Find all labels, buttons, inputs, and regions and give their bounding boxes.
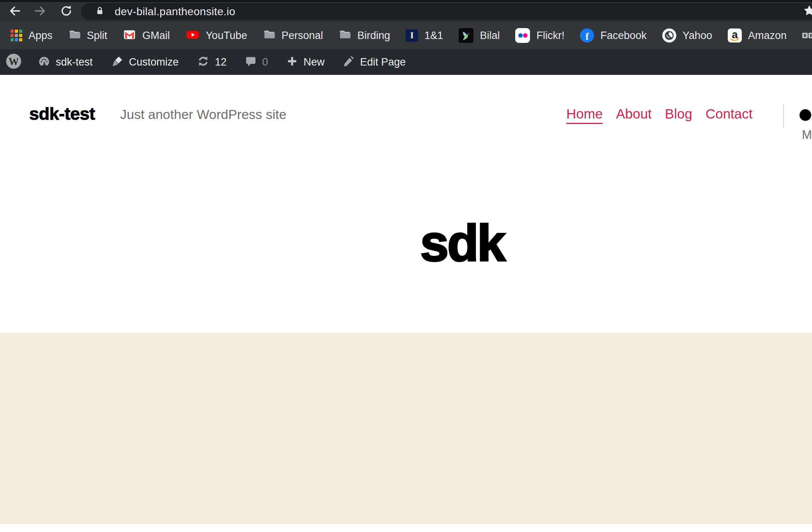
admin-edit-page-label: Edit Page <box>360 56 406 68</box>
browser-toolbar: dev-bilal.pantheonsite.io <box>0 0 812 22</box>
lock-icon[interactable] <box>94 5 105 18</box>
browser-reload-button[interactable] <box>59 3 74 19</box>
admin-updates[interactable]: 12 <box>197 55 227 69</box>
bookmark-folder-split[interactable]: Split <box>68 28 108 43</box>
bookmark-folder-personal[interactable]: Personal <box>263 28 323 43</box>
admin-customize-label: Customize <box>129 56 179 68</box>
admin-comments-count: 0 <box>262 56 268 68</box>
forward-arrow-icon <box>33 4 47 18</box>
bookmark-label: Facebook <box>600 30 647 42</box>
pencil-icon <box>342 55 355 69</box>
paintbrush-icon <box>111 55 124 69</box>
bookmark-flickr[interactable]: Flickr! <box>515 28 564 43</box>
address-bar[interactable]: dev-bilal.pantheonsite.io <box>81 3 812 20</box>
window-frame-strip <box>0 0 812 2</box>
update-arrows-icon <box>197 55 210 69</box>
bookmark-star-partial-icon[interactable] <box>803 4 812 19</box>
apps-grid-icon <box>11 30 22 41</box>
header-separator <box>783 104 784 128</box>
svg-text:W: W <box>9 56 19 67</box>
bookmark-amazon[interactable]: a Amazon <box>728 28 787 43</box>
folder-icon <box>263 28 275 43</box>
url-text[interactable]: dev-bilal.pantheonsite.io <box>115 5 235 18</box>
gmail-icon <box>123 28 136 43</box>
bookmark-label: Amazon <box>748 30 787 42</box>
hummingbird-icon <box>459 28 473 43</box>
bookmark-label: Personal <box>282 30 323 42</box>
bookmark-yahoo[interactable]: Yahoo <box>662 28 712 43</box>
nav-link-about[interactable]: About <box>616 106 651 124</box>
comment-bubble-icon <box>245 55 257 69</box>
reload-icon <box>59 4 73 18</box>
back-arrow-icon <box>8 4 22 18</box>
browser-forward-button[interactable] <box>32 3 48 19</box>
admin-site-name[interactable]: sdk-test <box>37 55 93 69</box>
wordpress-logo-icon: W <box>5 53 22 71</box>
bookmark-label: YouTube <box>206 30 247 42</box>
bookmark-label: Birding <box>357 30 390 42</box>
primary-nav: Home About Blog Contact <box>566 106 753 124</box>
nav-link-home[interactable]: Home <box>566 106 603 124</box>
bookmark-label: 1&1 <box>424 30 443 42</box>
admin-site-name-label: sdk-test <box>56 56 93 68</box>
admin-customize[interactable]: Customize <box>111 55 179 69</box>
dashboard-gauge-icon <box>37 55 51 69</box>
plus-icon <box>286 55 298 69</box>
facebook-icon: f <box>580 28 594 43</box>
bookmark-label: Split <box>87 30 108 42</box>
bookmark-label: Flickr! <box>536 30 564 42</box>
bookmark-gmail[interactable]: GMail <box>123 28 170 43</box>
bookmark-facebook[interactable]: f Facebook <box>580 28 647 43</box>
bookmarks-bar: Apps Split GMail YouTube Personal Birdin… <box>0 22 812 49</box>
globe-icon <box>662 28 676 43</box>
folder-icon <box>68 28 81 43</box>
header-cutoff-label: M <box>802 128 812 142</box>
admin-new-label: New <box>303 56 324 68</box>
bookmark-youtube[interactable]: YouTube <box>186 28 247 43</box>
bookmark-label: Bilal <box>480 30 500 42</box>
wp-logo-button[interactable]: W <box>5 53 22 71</box>
wp-admin-bar: W sdk-test Customize <box>0 49 812 75</box>
amazon-icon: a <box>728 28 742 43</box>
folder-icon <box>339 28 351 43</box>
footer-section-start <box>0 524 812 532</box>
nav-link-blog[interactable]: Blog <box>665 106 692 124</box>
admin-updates-count: 12 <box>215 56 227 68</box>
admin-edit-page[interactable]: Edit Page <box>342 55 406 69</box>
site-tagline: Just another WordPress site <box>120 107 286 122</box>
bookmark-label: GMail <box>142 30 170 42</box>
bookmark-apps[interactable]: Apps <box>11 30 53 42</box>
bookmark-label: Apps <box>28 30 53 42</box>
bookmark-bilal[interactable]: Bilal <box>459 28 500 43</box>
site-title[interactable]: sdk-test <box>29 104 95 124</box>
bbc-icon: B B C <box>802 33 812 38</box>
bookmark-bbc[interactable]: B B C BBC <box>802 30 812 42</box>
oneandone-icon: I <box>406 29 418 42</box>
page-title: sdk <box>420 214 504 273</box>
header-menu-dot-icon[interactable] <box>800 109 811 121</box>
bookmark-folder-birding[interactable]: Birding <box>339 28 390 43</box>
admin-comments[interactable]: 0 <box>245 55 268 69</box>
youtube-icon <box>186 28 200 43</box>
nav-link-contact[interactable]: Contact <box>706 106 753 124</box>
browser-back-button[interactable] <box>7 3 23 19</box>
admin-new[interactable]: New <box>286 55 324 69</box>
bookmark-oneandone[interactable]: I 1&1 <box>406 29 443 42</box>
bookmark-label: Yahoo <box>683 30 712 42</box>
flickr-icon <box>515 28 530 43</box>
post-section: Split: sample_feature, Treatment = off E… <box>0 333 812 524</box>
